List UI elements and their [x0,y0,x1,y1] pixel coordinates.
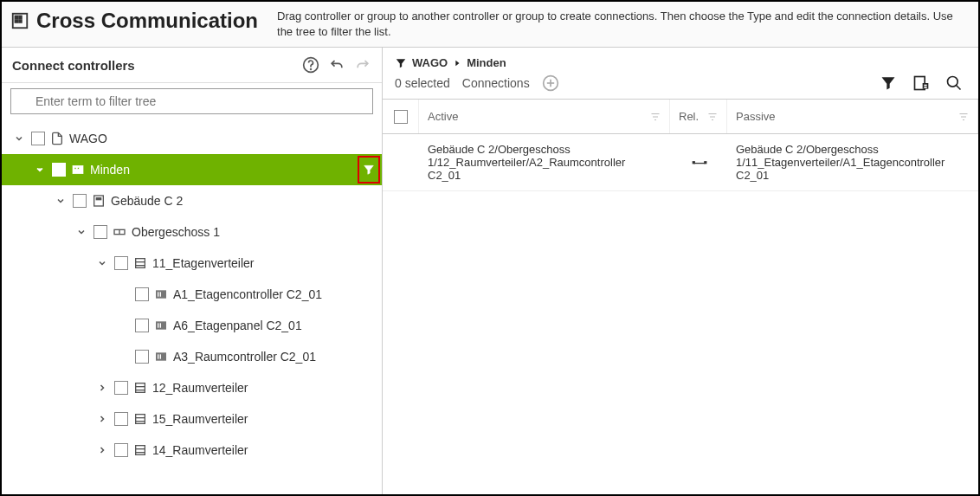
controller-icon [154,319,168,332]
chevron-right-icon[interactable] [95,443,109,457]
checkbox[interactable] [114,412,128,426]
column-filter-icon[interactable] [958,112,969,122]
chevron-down-icon[interactable] [12,132,26,145]
checkbox[interactable] [135,287,149,301]
filter-active-highlight[interactable] [358,156,380,184]
svg-rect-1 [16,16,18,19]
checkbox[interactable] [114,381,128,395]
building-icon [92,194,106,208]
svg-rect-24 [158,324,158,328]
column-header-rel[interactable]: Rel. [679,110,699,123]
filter-icon [395,57,407,69]
left-panel: Connect controllers [2,48,383,494]
tree-node-label: WAGO [69,132,107,145]
svg-point-6 [311,69,312,70]
checkbox[interactable] [52,163,66,177]
connections-table: Active Rel. Passive Gebäude [383,99,978,494]
tree-node-rv15[interactable]: 15_Raumverteiler [2,403,382,435]
svg-rect-35 [136,446,145,455]
svg-rect-10 [74,168,76,170]
floor-icon [113,225,126,239]
page-title: Cross Communication [36,9,258,33]
svg-point-46 [948,77,958,87]
breadcrumb: WAGO Minden [395,56,966,69]
table-row[interactable]: Gebäude C 2/Obergeschoss 1/12_Raumvertei… [383,134,978,191]
tree-node-ev11[interactable]: 11_Etagenverteiler [2,248,382,279]
controller-icon [154,350,168,364]
chevron-right-icon [453,59,461,68]
connections-label: Connections [462,76,530,90]
controller-icon [154,287,168,301]
svg-rect-21 [158,293,158,297]
select-all-checkbox[interactable] [394,110,408,124]
cell-active: Gebäude C 2/Obergeschoss 1/12_Raumvertei… [419,134,670,190]
chevron-down-icon[interactable] [95,256,109,270]
column-header-passive[interactable]: Passive [736,110,776,123]
tree-node-a6[interactable]: A6_Etagenpanel C2_01 [2,310,382,341]
chevron-down-icon[interactable] [33,163,47,177]
svg-rect-17 [136,259,145,268]
svg-rect-3 [16,20,18,23]
column-header-active[interactable]: Active [428,110,458,123]
distributor-icon [133,256,147,270]
checkbox[interactable] [114,256,128,270]
svg-rect-4 [19,20,22,23]
svg-rect-25 [160,324,161,328]
chevron-right-icon[interactable] [95,412,109,426]
distributor-icon [133,443,147,457]
filter-icon [363,164,375,176]
svg-rect-12 [94,196,104,206]
relation-icon: ▪—▪ [692,156,706,169]
checkbox[interactable] [93,225,107,239]
svg-rect-13 [96,198,98,200]
tree-node-label: A6_Etagenpanel C2_01 [173,319,302,332]
svg-rect-27 [158,355,158,359]
checkbox[interactable] [135,350,149,364]
tree-node-label: Obergeschoss 1 [132,225,220,239]
tree-node-rv12[interactable]: 12_Raumverteiler [2,372,382,403]
tree-node-label: 11_Etagenverteiler [152,256,255,270]
redo-button[interactable] [354,56,371,74]
help-button[interactable] [302,56,319,74]
distributor-icon [133,412,147,426]
svg-rect-2 [19,16,22,19]
svg-rect-11 [77,168,79,170]
tree-node-label: 12_Raumverteiler [152,381,248,395]
svg-rect-9 [73,166,83,174]
page-description: Drag controller or group to another cont… [267,2,978,47]
tree-node-label: A3_Raumcontroller C2_01 [173,350,316,364]
tree-node-a1[interactable]: A1_Etagencontroller C2_01 [2,279,382,310]
tree-node-rv14[interactable]: 14_Raumverteiler [2,435,382,466]
checkbox[interactable] [114,443,128,457]
chevron-down-icon[interactable] [54,194,68,208]
svg-rect-22 [160,293,161,297]
tree-search-input[interactable] [10,88,373,114]
site-icon [71,163,85,177]
tree-node-og1[interactable]: Obergeschoss 1 [2,216,382,248]
svg-rect-14 [100,198,101,200]
svg-rect-29 [136,383,145,393]
tree-node-label: Minden [90,163,130,177]
tree-node-wago[interactable]: WAGO [2,123,382,154]
column-filter-icon[interactable] [707,112,718,122]
tree-node-a3[interactable]: A3_Raumcontroller C2_01 [2,341,382,372]
chevron-down-icon[interactable] [74,225,88,239]
undo-button[interactable] [328,56,345,74]
right-panel: WAGO Minden 0 selected Connections [383,48,978,494]
tree-node-gebaeude[interactable]: Gebäude C 2 [2,185,382,216]
columns-button[interactable] [912,74,930,92]
tree-node-minden[interactable]: Minden [2,154,382,185]
add-connection-button[interactable] [542,74,559,92]
column-filter-icon[interactable] [650,112,661,122]
breadcrumb-current: Minden [467,56,506,69]
chevron-right-icon[interactable] [95,381,109,395]
search-button[interactable] [945,74,963,92]
cell-passive: Gebäude C 2/Obergeschoss 1/11_Etagenvert… [727,134,978,190]
building-icon [10,11,29,30]
tree-node-label: 14_Raumverteiler [152,443,248,457]
checkbox[interactable] [31,132,45,145]
checkbox[interactable] [73,194,87,208]
svg-marker-38 [456,61,460,67]
filter-button[interactable] [880,74,897,92]
checkbox[interactable] [135,319,149,332]
